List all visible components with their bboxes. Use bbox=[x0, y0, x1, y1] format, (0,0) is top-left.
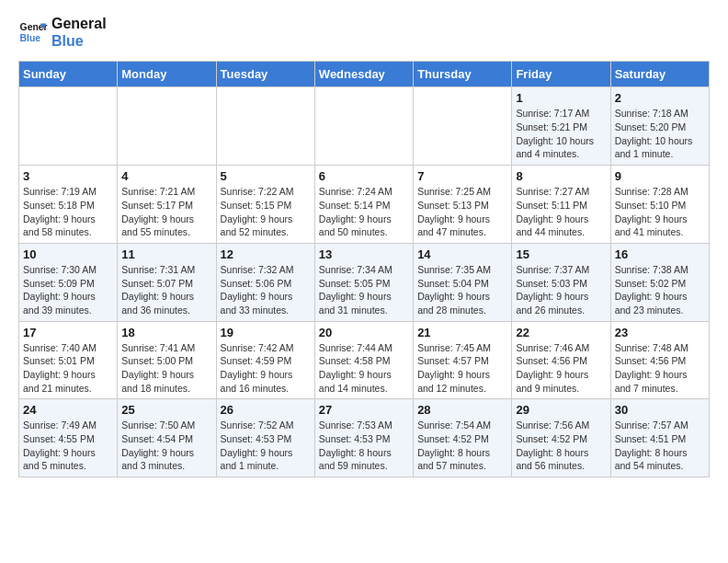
day-cell-22: 22Sunrise: 7:46 AM Sunset: 4:56 PM Dayli… bbox=[512, 321, 610, 399]
day-cell-20: 20Sunrise: 7:44 AM Sunset: 4:58 PM Dayli… bbox=[314, 321, 413, 399]
day-info: Sunrise: 7:17 AM Sunset: 5:21 PM Dayligh… bbox=[516, 107, 606, 161]
day-cell-13: 13Sunrise: 7:34 AM Sunset: 5:05 PM Dayli… bbox=[314, 243, 413, 321]
day-info: Sunrise: 7:40 AM Sunset: 5:01 PM Dayligh… bbox=[23, 341, 113, 396]
day-cell-11: 11Sunrise: 7:31 AM Sunset: 5:07 PM Dayli… bbox=[118, 243, 216, 321]
day-info: Sunrise: 7:57 AM Sunset: 4:51 PM Dayligh… bbox=[615, 419, 705, 473]
day-number: 6 bbox=[319, 169, 409, 183]
week-row-5: 24Sunrise: 7:49 AM Sunset: 4:55 PM Dayli… bbox=[19, 399, 710, 477]
day-number: 4 bbox=[121, 169, 211, 183]
day-info: Sunrise: 7:52 AM Sunset: 4:53 PM Dayligh… bbox=[221, 419, 311, 473]
day-cell-2: 2Sunrise: 7:18 AM Sunset: 5:20 PM Daylig… bbox=[610, 87, 709, 166]
day-cell-18: 18Sunrise: 7:41 AM Sunset: 5:00 PM Dayli… bbox=[118, 321, 216, 399]
day-info: Sunrise: 7:18 AM Sunset: 5:20 PM Dayligh… bbox=[615, 107, 705, 161]
day-number: 14 bbox=[417, 247, 507, 261]
day-info: Sunrise: 7:38 AM Sunset: 5:02 PM Dayligh… bbox=[615, 263, 705, 317]
day-number: 11 bbox=[121, 247, 211, 261]
weekday-header-tuesday: Tuesday bbox=[216, 62, 314, 87]
day-cell-17: 17Sunrise: 7:40 AM Sunset: 5:01 PM Dayli… bbox=[19, 321, 118, 399]
day-cell-9: 9Sunrise: 7:28 AM Sunset: 5:10 PM Daylig… bbox=[610, 166, 709, 244]
day-number: 10 bbox=[23, 247, 113, 261]
day-number: 30 bbox=[615, 403, 705, 417]
day-info: Sunrise: 7:25 AM Sunset: 5:13 PM Dayligh… bbox=[417, 185, 507, 239]
day-number: 24 bbox=[23, 403, 113, 417]
logo-general: General bbox=[51, 15, 107, 32]
day-number: 27 bbox=[319, 403, 409, 417]
page-container: General Blue General Blue SundayMondayTu… bbox=[0, 0, 728, 492]
day-cell-27: 27Sunrise: 7:53 AM Sunset: 4:53 PM Dayli… bbox=[314, 399, 413, 477]
day-cell-3: 3Sunrise: 7:19 AM Sunset: 5:18 PM Daylig… bbox=[19, 166, 118, 244]
week-row-2: 3Sunrise: 7:19 AM Sunset: 5:18 PM Daylig… bbox=[19, 166, 710, 244]
day-cell-1: 1Sunrise: 7:17 AM Sunset: 5:21 PM Daylig… bbox=[512, 87, 610, 166]
day-info: Sunrise: 7:42 AM Sunset: 4:59 PM Dayligh… bbox=[221, 341, 311, 396]
day-info: Sunrise: 7:31 AM Sunset: 5:07 PM Dayligh… bbox=[121, 263, 211, 317]
day-cell-30: 30Sunrise: 7:57 AM Sunset: 4:51 PM Dayli… bbox=[610, 399, 709, 477]
empty-cell bbox=[19, 87, 118, 166]
day-number: 17 bbox=[23, 326, 113, 339]
day-info: Sunrise: 7:27 AM Sunset: 5:11 PM Dayligh… bbox=[516, 185, 606, 239]
day-cell-24: 24Sunrise: 7:49 AM Sunset: 4:55 PM Dayli… bbox=[19, 399, 118, 477]
logo-icon: General Blue bbox=[18, 17, 48, 47]
day-info: Sunrise: 7:46 AM Sunset: 4:56 PM Dayligh… bbox=[516, 341, 606, 396]
empty-cell bbox=[414, 87, 512, 166]
empty-cell bbox=[118, 87, 216, 166]
day-cell-15: 15Sunrise: 7:37 AM Sunset: 5:03 PM Dayli… bbox=[512, 243, 610, 321]
day-cell-12: 12Sunrise: 7:32 AM Sunset: 5:06 PM Dayli… bbox=[216, 243, 314, 321]
day-cell-6: 6Sunrise: 7:24 AM Sunset: 5:14 PM Daylig… bbox=[314, 166, 413, 244]
day-info: Sunrise: 7:54 AM Sunset: 4:52 PM Dayligh… bbox=[417, 419, 507, 473]
day-cell-26: 26Sunrise: 7:52 AM Sunset: 4:53 PM Dayli… bbox=[216, 399, 314, 477]
day-cell-21: 21Sunrise: 7:45 AM Sunset: 4:57 PM Dayli… bbox=[414, 321, 512, 399]
day-info: Sunrise: 7:45 AM Sunset: 4:57 PM Dayligh… bbox=[417, 341, 507, 396]
day-number: 18 bbox=[121, 326, 211, 339]
day-number: 21 bbox=[417, 326, 507, 339]
weekday-header-wednesday: Wednesday bbox=[314, 62, 413, 87]
day-info: Sunrise: 7:22 AM Sunset: 5:15 PM Dayligh… bbox=[221, 185, 311, 239]
day-number: 3 bbox=[23, 169, 113, 183]
day-number: 19 bbox=[221, 326, 311, 339]
day-cell-23: 23Sunrise: 7:48 AM Sunset: 4:56 PM Dayli… bbox=[610, 321, 709, 399]
day-number: 9 bbox=[615, 169, 705, 183]
logo-blue: Blue bbox=[51, 32, 107, 50]
day-number: 29 bbox=[516, 403, 606, 417]
day-number: 5 bbox=[221, 169, 311, 183]
day-number: 1 bbox=[516, 91, 606, 105]
day-info: Sunrise: 7:30 AM Sunset: 5:09 PM Dayligh… bbox=[23, 263, 113, 317]
day-info: Sunrise: 7:53 AM Sunset: 4:53 PM Dayligh… bbox=[319, 419, 409, 473]
day-info: Sunrise: 7:41 AM Sunset: 5:00 PM Dayligh… bbox=[121, 341, 211, 396]
day-cell-5: 5Sunrise: 7:22 AM Sunset: 5:15 PM Daylig… bbox=[216, 166, 314, 244]
weekday-header-row: SundayMondayTuesdayWednesdayThursdayFrid… bbox=[19, 62, 710, 87]
day-info: Sunrise: 7:56 AM Sunset: 4:52 PM Dayligh… bbox=[516, 419, 606, 473]
week-row-4: 17Sunrise: 7:40 AM Sunset: 5:01 PM Dayli… bbox=[19, 321, 710, 399]
day-cell-4: 4Sunrise: 7:21 AM Sunset: 5:17 PM Daylig… bbox=[118, 166, 216, 244]
weekday-header-monday: Monday bbox=[118, 62, 216, 87]
calendar: SundayMondayTuesdayWednesdayThursdayFrid… bbox=[18, 61, 710, 477]
day-cell-16: 16Sunrise: 7:38 AM Sunset: 5:02 PM Dayli… bbox=[610, 243, 709, 321]
day-number: 25 bbox=[121, 403, 211, 417]
day-info: Sunrise: 7:32 AM Sunset: 5:06 PM Dayligh… bbox=[221, 263, 311, 317]
weekday-header-sunday: Sunday bbox=[19, 62, 118, 87]
day-cell-8: 8Sunrise: 7:27 AM Sunset: 5:11 PM Daylig… bbox=[512, 166, 610, 244]
weekday-header-friday: Friday bbox=[512, 62, 610, 87]
day-number: 23 bbox=[615, 326, 705, 339]
header: General Blue General Blue bbox=[18, 15, 710, 50]
day-cell-19: 19Sunrise: 7:42 AM Sunset: 4:59 PM Dayli… bbox=[216, 321, 314, 399]
day-cell-28: 28Sunrise: 7:54 AM Sunset: 4:52 PM Dayli… bbox=[414, 399, 512, 477]
day-number: 7 bbox=[417, 169, 507, 183]
day-info: Sunrise: 7:34 AM Sunset: 5:05 PM Dayligh… bbox=[319, 263, 409, 317]
day-info: Sunrise: 7:35 AM Sunset: 5:04 PM Dayligh… bbox=[417, 263, 507, 317]
day-number: 16 bbox=[615, 247, 705, 261]
day-number: 22 bbox=[516, 326, 606, 339]
day-info: Sunrise: 7:28 AM Sunset: 5:10 PM Dayligh… bbox=[615, 185, 705, 239]
day-number: 8 bbox=[516, 169, 606, 183]
day-number: 15 bbox=[516, 247, 606, 261]
day-info: Sunrise: 7:48 AM Sunset: 4:56 PM Dayligh… bbox=[615, 341, 705, 396]
day-number: 13 bbox=[319, 247, 409, 261]
empty-cell bbox=[314, 87, 413, 166]
day-number: 12 bbox=[221, 247, 311, 261]
day-number: 2 bbox=[615, 91, 705, 105]
week-row-1: 1Sunrise: 7:17 AM Sunset: 5:21 PM Daylig… bbox=[19, 87, 710, 166]
day-info: Sunrise: 7:21 AM Sunset: 5:17 PM Dayligh… bbox=[121, 185, 211, 239]
week-row-3: 10Sunrise: 7:30 AM Sunset: 5:09 PM Dayli… bbox=[19, 243, 710, 321]
day-info: Sunrise: 7:19 AM Sunset: 5:18 PM Dayligh… bbox=[23, 185, 113, 239]
empty-cell bbox=[216, 87, 314, 166]
weekday-header-thursday: Thursday bbox=[414, 62, 512, 87]
